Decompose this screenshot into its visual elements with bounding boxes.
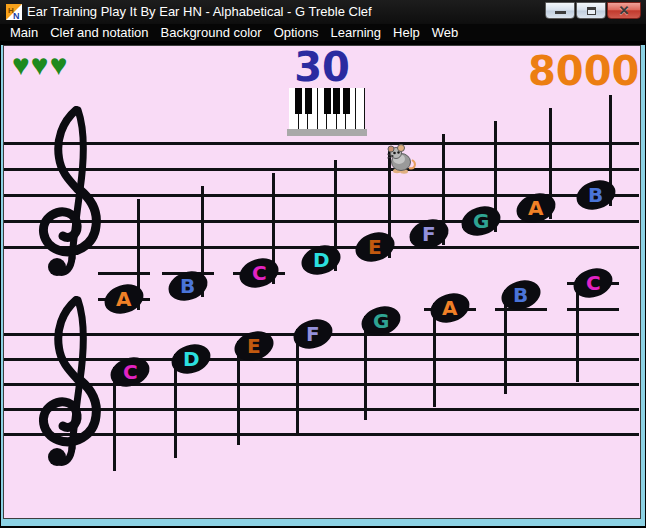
note-letter: B [588, 185, 603, 205]
menu-item-help[interactable]: Help [387, 25, 426, 40]
note-letter: C [123, 362, 138, 382]
note-head-C[interactable]: C [236, 254, 283, 293]
note-letter: G [473, 211, 489, 231]
piano-keyboard-icon [287, 88, 367, 136]
minimize-button[interactable] [545, 2, 575, 19]
menu-item-main[interactable]: Main [4, 25, 44, 40]
note-letter: A [442, 298, 457, 318]
note-letter: F [422, 224, 436, 244]
note-letter: E [368, 237, 382, 257]
note-head-E[interactable]: E [352, 228, 399, 267]
maximize-icon [587, 7, 596, 15]
svg-text:N: N [13, 11, 20, 20]
menu-item-learning[interactable]: Learning [324, 25, 387, 40]
note-letter: D [183, 349, 200, 369]
window-title: Ear Training Play It By Ear HN - Alphabe… [27, 4, 372, 19]
menu-item-options[interactable]: Options [268, 25, 325, 40]
window-frame: ABCDEFGABCDEFGABC [1, 45, 645, 526]
note-letter: C [586, 273, 601, 293]
menu-item-background-color[interactable]: Background color [154, 25, 267, 40]
close-button[interactable]: ✕ [607, 2, 641, 19]
menubar: Main Clef and notation Background color … [0, 24, 646, 43]
note-counter: 30 [278, 45, 366, 90]
heart-icon: ♥ [12, 48, 31, 81]
client-area: ABCDEFGABCDEFGABC [3, 45, 641, 519]
app-window: H N Ear Training Play It By Ear HN - Alp… [0, 0, 646, 528]
mouse-sprite [386, 143, 417, 175]
note-letter: A [528, 198, 543, 218]
lives-hearts: ♥♥♥ [12, 48, 68, 82]
close-icon: ✕ [608, 3, 640, 18]
minimize-icon [555, 11, 566, 14]
menu-item-clef-and-notation[interactable]: Clef and notation [44, 25, 154, 40]
note-letter: A [116, 289, 131, 309]
note-letter: B [180, 276, 195, 296]
note-letter: E [247, 336, 261, 356]
note-letter: B [513, 285, 528, 305]
treble-clef-icon [26, 106, 110, 296]
score-value: 8000 [528, 48, 628, 94]
note-letter: F [306, 324, 320, 344]
maximize-button[interactable] [576, 2, 606, 19]
note-letter: C [252, 263, 267, 283]
menu-item-web[interactable]: Web [426, 25, 465, 40]
note-letter: D [313, 250, 330, 270]
note-letter: G [373, 311, 389, 331]
heart-icon: ♥ [31, 48, 50, 81]
heart-icon: ♥ [50, 48, 69, 81]
note-head-G[interactable]: G [458, 202, 505, 241]
app-icon: H N [6, 4, 22, 20]
titlebar: H N Ear Training Play It By Ear HN - Alp… [0, 0, 646, 24]
treble-clef-icon [26, 296, 110, 486]
note-head-B[interactable]: B [573, 176, 620, 215]
ledger-line [567, 308, 619, 311]
